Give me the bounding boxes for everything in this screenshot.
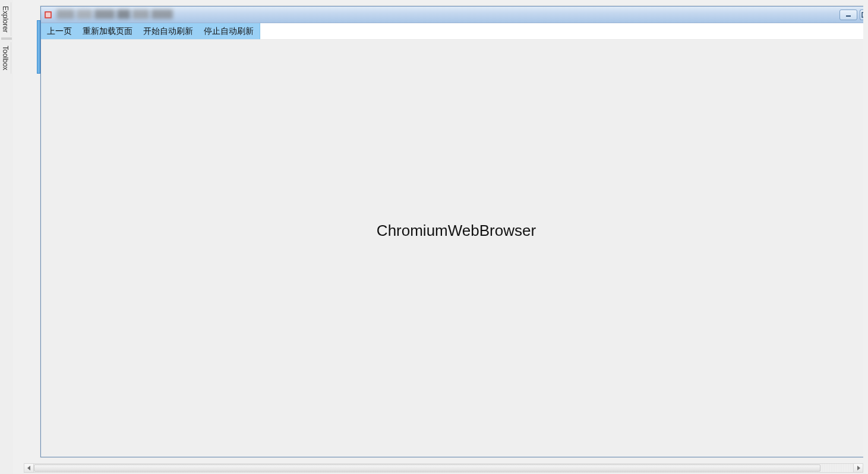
menu-stop-auto-refresh[interactable]: 停止自动刷新 <box>204 26 254 37</box>
menu-start-auto-refresh[interactable]: 开始自动刷新 <box>143 26 193 37</box>
scrollbar-thumb[interactable] <box>34 464 820 472</box>
menubar: 上一页 重新加载页面 开始自动刷新 停止自动刷新 <box>41 23 863 40</box>
sidebar-separator <box>1 37 12 40</box>
menu-reload[interactable]: 重新加载页面 <box>83 26 132 37</box>
browser-control-area[interactable]: ChromiumWebBrowser <box>41 40 863 457</box>
sidebar-tab-toolbox[interactable]: Toolbox <box>0 42 11 74</box>
scrollbar-track[interactable] <box>34 464 853 472</box>
sidebar-tab-explorer[interactable]: Explorer <box>0 2 11 36</box>
svg-marker-5 <box>857 466 860 470</box>
app-icon <box>43 10 53 20</box>
designer-vertical-scrollbar[interactable] <box>863 1 868 463</box>
window-title-redacted <box>56 9 839 21</box>
form-window: 上一页 重新加载页面 开始自动刷新 停止自动刷新 ChromiumWebBrow… <box>40 6 863 457</box>
ide-sidebar-tabs: Explorer Toolbox <box>0 0 13 474</box>
svg-rect-1 <box>46 12 50 17</box>
window-titlebar <box>41 7 863 23</box>
window-control-buttons <box>839 10 863 20</box>
svg-marker-4 <box>27 466 30 470</box>
designer-surface[interactable]: 上一页 重新加载页面 开始自动刷新 停止自动刷新 ChromiumWebBrow… <box>24 1 863 463</box>
menubar-highlight: 上一页 重新加载页面 开始自动刷新 停止自动刷新 <box>41 23 260 39</box>
menu-back[interactable]: 上一页 <box>47 26 72 37</box>
scroll-left-arrow-icon[interactable] <box>24 464 34 472</box>
browser-placeholder-label: ChromiumWebBrowser <box>377 222 536 240</box>
designer-horizontal-scrollbar[interactable] <box>24 463 863 473</box>
scroll-right-arrow-icon[interactable] <box>853 464 863 472</box>
minimize-button[interactable] <box>839 10 857 20</box>
